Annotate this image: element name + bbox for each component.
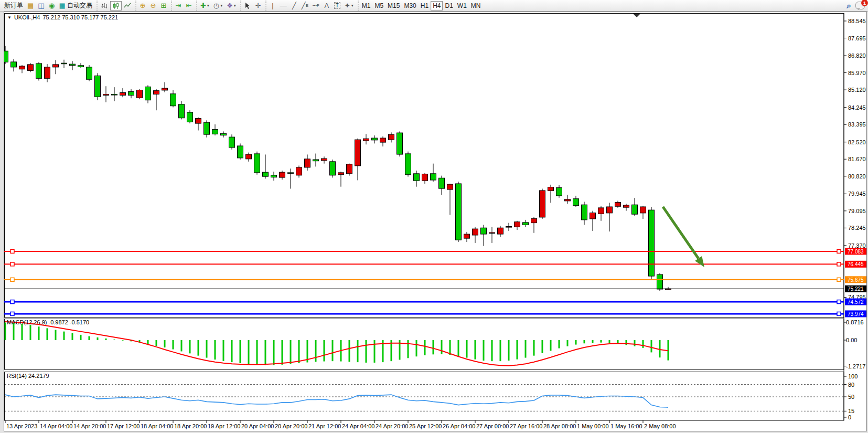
toolbar-group-objects: | — ╱ ╱E ┄F A T ✦ ▾ xyxy=(265,1,357,11)
candle xyxy=(70,64,76,66)
navigator-button[interactable]: ◫ xyxy=(36,1,46,10)
time-axis-label: 21 Apr 12:00 xyxy=(308,423,341,429)
crosshair-button[interactable]: ✛ xyxy=(253,1,263,10)
candle xyxy=(657,274,663,289)
price-axis-label: 81.670 xyxy=(848,156,866,162)
periods-button[interactable]: ◷ ▾ xyxy=(211,1,224,10)
bid-price-label: 75.221 xyxy=(848,286,864,292)
expand-triangle-icon[interactable]: ▼ xyxy=(7,15,12,20)
candle xyxy=(221,133,227,135)
auto-trading-icon: ▦ xyxy=(59,2,66,9)
tile-windows-button[interactable]: ⊞ xyxy=(158,1,169,10)
candle xyxy=(322,159,327,161)
candle xyxy=(523,223,529,225)
macd-axis-label: 0.00 xyxy=(846,337,857,343)
mt4-application: 新订单 ▤ ◫ ◉ ▦ 自动交易 xyxy=(0,0,868,433)
line-chart-button[interactable] xyxy=(122,1,133,10)
candle xyxy=(196,119,201,124)
toolbar-group-standard: 新订单 ▤ ◫ ◉ ▦ 自动交易 xyxy=(1,1,95,11)
channel-button[interactable]: ╱E xyxy=(299,1,310,10)
candle xyxy=(154,91,159,94)
macd-name: MACD(12,26,9) xyxy=(7,319,47,325)
ohlc-values: 75.212 75.310 75.177 75.221 xyxy=(42,14,118,20)
dropdown-arrow-icon: ▾ xyxy=(234,3,236,8)
time-axis-label: 13 Apr 2023 xyxy=(6,423,37,429)
annotations-group[interactable] xyxy=(663,207,704,267)
candle xyxy=(397,133,403,154)
timeframe-button-M1[interactable]: M1 xyxy=(360,1,373,10)
chart-canvas[interactable]: 88.54587.69586.82085.97085.12084.24583.3… xyxy=(4,12,866,431)
rsi-label: RSI(14) 24.2179 xyxy=(7,373,49,379)
toolbar-group-chart-type xyxy=(97,1,134,11)
price-axis-label: 80.820 xyxy=(848,173,866,179)
auto-scroll-button[interactable]: ⇥ xyxy=(173,1,184,10)
candle xyxy=(305,159,310,167)
timeframe-button-W1[interactable]: W1 xyxy=(455,1,469,10)
time-axis-label: 20 Apr 04:00 xyxy=(241,423,274,429)
time-axis-label: 17 Apr 12:00 xyxy=(107,423,140,429)
candlestick-chart-button[interactable] xyxy=(110,1,122,10)
new-order-button[interactable]: 新订单 xyxy=(2,1,25,10)
toolbar-group-indicators: ✚ ▾ ◷ ▾ ❖ ▾ xyxy=(196,1,239,11)
hline-marker xyxy=(837,312,841,315)
add-indicator-icon: ✚ xyxy=(200,2,206,9)
auto-trading-label: 自动交易 xyxy=(67,1,92,10)
rsi-group: 1008050150 xyxy=(5,373,858,420)
rsi-axis-label: 80 xyxy=(848,382,854,388)
timeframe-button-M15[interactable]: M15 xyxy=(385,1,402,10)
toolbar-group-zoom: ⊕ ⊖ ⊞ xyxy=(135,1,170,11)
vertical-line-icon: | xyxy=(272,2,273,9)
timeframe-button-M30[interactable]: M30 xyxy=(402,1,418,10)
candle xyxy=(640,207,646,213)
candle xyxy=(238,146,243,158)
candle xyxy=(4,51,8,62)
profile-icon: ◫ xyxy=(38,2,44,9)
candle xyxy=(254,154,260,173)
text-label-button[interactable]: T xyxy=(332,1,342,10)
timeframe-button-M5[interactable]: M5 xyxy=(372,1,385,10)
signals-button[interactable]: ◉ xyxy=(47,1,57,10)
chart-shift-marker[interactable] xyxy=(633,14,640,17)
bar-chart-button[interactable] xyxy=(99,1,110,10)
search-icon[interactable]: ⌕ xyxy=(847,1,851,10)
timeframe-button-H1[interactable]: H1 xyxy=(419,1,431,10)
add-indicator-button[interactable]: ✚ ▾ xyxy=(198,1,211,10)
price-axis-label: 85.970 xyxy=(848,70,866,76)
time-axis-label: 14 Apr 20:00 xyxy=(73,423,106,429)
candle xyxy=(53,65,59,67)
chart-shift-button[interactable]: ⇤ xyxy=(184,1,194,10)
candle xyxy=(162,88,168,90)
trendline-button[interactable]: ╱ xyxy=(289,1,299,10)
data-window-button[interactable]: ▤ xyxy=(25,1,36,10)
templates-button[interactable]: ❖ ▾ xyxy=(224,1,238,10)
horizontal-line-button[interactable]: — xyxy=(278,1,289,10)
auto-trading-button[interactable]: ▦ 自动交易 xyxy=(57,1,94,10)
rsi-name: RSI(14) xyxy=(7,373,27,379)
horizontal-lines-group[interactable]: 77.08376.44575.67574.57273.974 xyxy=(4,248,866,317)
candle xyxy=(624,205,629,207)
chart-window[interactable]: 88.54587.69586.82085.97085.12084.24583.3… xyxy=(4,12,867,431)
template-icon: ❖ xyxy=(227,2,233,9)
timeframe-button-MN[interactable]: MN xyxy=(469,1,483,10)
candle xyxy=(598,208,604,214)
timeframe-button-H4[interactable]: H4 xyxy=(431,1,443,10)
candles-group xyxy=(4,46,671,291)
dropdown-arrow-icon: ▾ xyxy=(220,3,222,8)
trend-arrow-shaft xyxy=(663,207,699,259)
cursor-button[interactable] xyxy=(242,1,253,10)
price-axis-label: 77.370 xyxy=(848,242,866,249)
timeframe-button-D1[interactable]: D1 xyxy=(443,1,455,10)
candle xyxy=(431,174,436,180)
time-axis-label: 20 Apr 20:00 xyxy=(275,423,307,429)
zoom-out-button[interactable]: ⊖ xyxy=(148,1,158,10)
fibonacci-button[interactable]: ┄F xyxy=(310,1,322,10)
chat-icon[interactable]: 1 xyxy=(855,2,865,9)
vertical-line-button[interactable]: | xyxy=(267,1,278,10)
price-axis-label: 86.820 xyxy=(848,52,866,59)
tile-windows-icon: ⊞ xyxy=(160,2,166,9)
time-axis-label: 18 Apr 04:00 xyxy=(141,423,173,429)
text-button[interactable]: A xyxy=(322,1,332,10)
candle xyxy=(296,167,302,175)
arrows-button[interactable]: ✦ ▾ xyxy=(342,1,356,10)
zoom-in-button[interactable]: ⊕ xyxy=(137,1,148,10)
